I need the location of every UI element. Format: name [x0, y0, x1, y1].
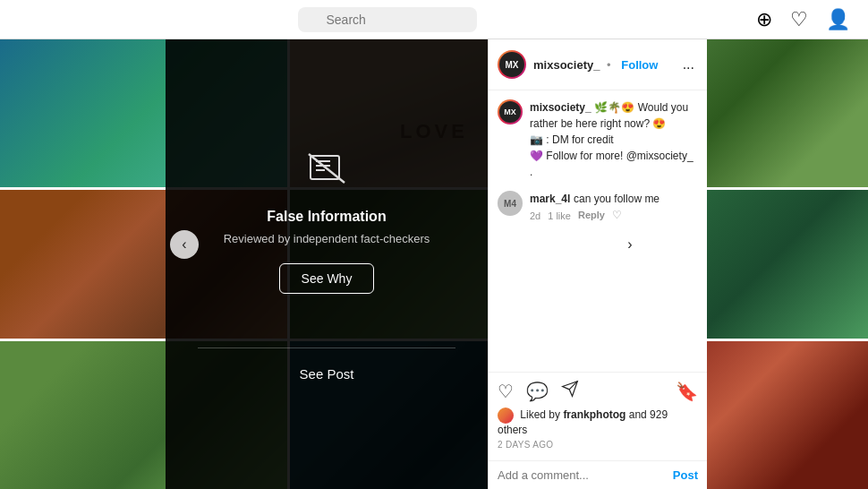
more-options-button[interactable]: ... — [679, 56, 698, 73]
post-comment-button[interactable]: Post — [673, 468, 698, 482]
comment-button[interactable]: 💬 — [526, 381, 549, 402]
caption-follow: 💜 Follow for more! @mixsociety_ . — [530, 148, 698, 180]
next-arrow[interactable]: › — [616, 230, 644, 259]
post-panel: MX mixsociety_ • Follow ... MX mixsociet… — [488, 39, 707, 489]
post-comments-area: MX mixsociety_ 🌿🌴😍 Would you rather be h… — [489, 90, 707, 372]
post-username-wrap: mixsociety_ • Follow — [533, 58, 679, 72]
post-username[interactable]: mixsociety_ — [533, 58, 600, 72]
caption-body: mixsociety_ 🌿🌴😍 Would you rather be here… — [530, 99, 698, 180]
false-info-subtitle: Reviewed by independent fact-checkers — [224, 232, 430, 245]
bookmark-button[interactable]: 🔖 — [676, 381, 698, 402]
modal-divider — [198, 347, 455, 348]
search-wrapper: 🔍 — [298, 7, 477, 32]
comment-input[interactable] — [498, 468, 673, 482]
caption-username[interactable]: mixsociety_ — [530, 101, 591, 114]
reply-button[interactable]: Reply — [578, 210, 605, 220]
caption-avatar-inner: MX — [499, 101, 521, 123]
top-navigation: 🔍 ⊕ ♡ 👤 — [0, 0, 868, 39]
share-button[interactable] — [561, 380, 579, 402]
liked-avatar — [498, 408, 514, 424]
post-dot: • — [607, 58, 611, 72]
like-button[interactable]: ♡ — [498, 381, 514, 402]
post-avatar[interactable]: MX — [498, 50, 526, 79]
comment-row-mark: M4 mark_4l can you follow me 2d 1 like R… — [498, 191, 698, 221]
comment-text-content: can you follow me — [574, 193, 660, 205]
nav-icon-group: ⊕ ♡ 👤 — [756, 8, 850, 31]
caption-emoji: 🌿🌴😍 — [594, 101, 634, 114]
see-post-button[interactable]: See Post — [300, 366, 354, 382]
post-header: MX mixsociety_ • Follow ... — [489, 39, 707, 90]
comment-likes: 1 like — [548, 210, 571, 221]
heart-icon[interactable]: ♡ — [790, 8, 808, 31]
commenter-avatar: M4 — [498, 191, 523, 216]
avatar-initials: MX — [499, 52, 524, 77]
action-icons-row: ♡ 💬 🔖 — [498, 380, 698, 402]
profile-icon[interactable]: 👤 — [826, 8, 850, 31]
caption-credit: 📷 : DM for credit — [530, 132, 698, 148]
comment-body-mark: mark_4l can you follow me 2d 1 like Repl… — [530, 191, 698, 221]
explore-icon[interactable]: ⊕ — [756, 8, 772, 31]
follow-button[interactable]: Follow — [621, 58, 658, 72]
prev-arrow[interactable]: ‹ — [170, 230, 199, 259]
false-info-overlay: False Information Reviewed by independen… — [166, 39, 488, 489]
false-info-title: False Information — [267, 209, 386, 225]
commenter-username[interactable]: mark_4l — [530, 193, 570, 205]
search-input[interactable] — [298, 7, 477, 32]
post-actions: ♡ 💬 🔖 Liked by frankphotog and 929 other… — [489, 372, 707, 460]
see-why-button[interactable]: See Why — [279, 263, 375, 294]
comment-time: 2d — [530, 210, 540, 221]
comment-input-row: Post — [489, 460, 707, 489]
false-info-icon — [305, 147, 348, 198]
liked-by-text: Liked by frankphotog and 929 others — [498, 408, 698, 436]
comment-meta: 2d 1 like Reply ♡ — [530, 209, 698, 221]
caption-avatar: MX — [498, 99, 523, 124]
caption-row: MX mixsociety_ 🌿🌴😍 Would you rather be h… — [498, 99, 698, 180]
liked-by-label: Liked by — [520, 408, 563, 421]
comment-like-button[interactable]: ♡ — [612, 209, 622, 221]
liked-by-name[interactable]: frankphotog — [563, 408, 625, 421]
post-timestamp: 2 DAYS AGO — [498, 440, 698, 450]
